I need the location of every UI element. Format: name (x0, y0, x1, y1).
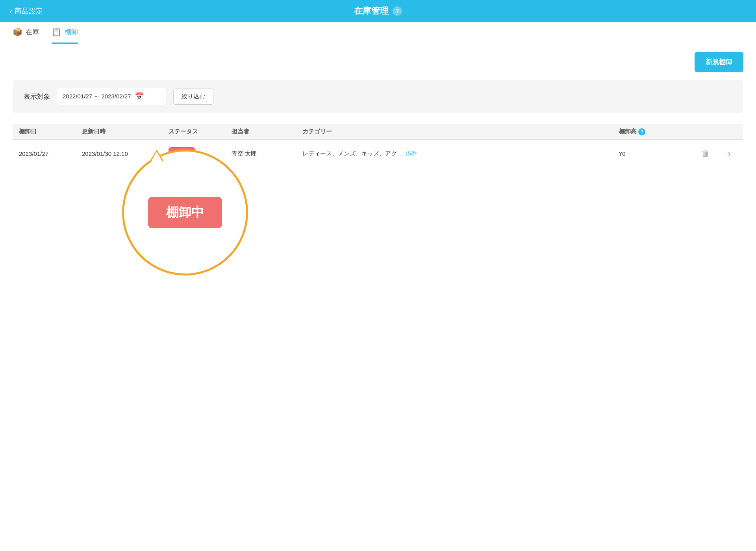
col-person: 担当者 (232, 128, 302, 135)
tab-tanakku-label: 棚卸 (65, 28, 78, 37)
cell-tanakku-date: 2023/01/27 (19, 150, 82, 157)
cell-tanakku-value: ¥0 (619, 150, 690, 157)
tanakku-icon: 📋 (52, 27, 61, 37)
table-row: 2023/01/27 2023/01/30 12:10 棚卸中 青空 太郎 レデ… (13, 140, 743, 167)
filter-button[interactable]: 絞り込む (173, 89, 213, 105)
detail-arrow-button[interactable]: › (721, 148, 737, 159)
title-text: 在庫管理 (354, 5, 389, 17)
date-range-value: 2022/01/27 ～ 2023/02/27 (63, 93, 131, 100)
tab-zaiko[interactable]: 📦 在庫 (13, 22, 39, 44)
tanakku-value-help-icon[interactable]: ? (638, 128, 645, 135)
calendar-icon: 📅 (135, 92, 143, 101)
col-tanakku-value: 棚卸高 ? (619, 128, 690, 135)
back-button[interactable]: ‹ 商品設定 (9, 6, 43, 16)
date-range-input[interactable]: 2022/01/27 ～ 2023/02/27 📅 (57, 88, 167, 105)
cell-status: 棚卸中 (169, 147, 232, 160)
tooltip-container: 棚卸中 (122, 150, 248, 276)
back-label: 商品設定 (15, 6, 43, 16)
col-update-datetime: 更新日時 (82, 128, 169, 135)
new-tanakku-button[interactable]: 新規棚卸 (695, 52, 743, 72)
tab-bar: 📦 在庫 📋 棚卸 (0, 22, 756, 44)
cell-update-datetime: 2023/01/30 12:10 (82, 150, 169, 157)
tab-tanakku[interactable]: 📋 棚卸 (52, 22, 78, 44)
tooltip-circle: 棚卸中 (122, 150, 248, 276)
col-detail (721, 128, 737, 135)
back-chevron-icon: ‹ (9, 7, 12, 16)
status-badge[interactable]: 棚卸中 (169, 147, 195, 160)
cell-category: レディース、メンズ、キッズ、アク… 15件 (302, 150, 619, 157)
toolbar: 新規棚卸 (0, 44, 756, 80)
zaiko-icon: 📦 (13, 27, 22, 37)
table-header: 棚卸日 更新日時 ステータス 担当者 カテゴリー 棚卸高 ? (13, 124, 743, 140)
col-tanakku-date: 棚卸日 (19, 128, 82, 135)
tooltip-status-badge: 棚卸中 (148, 197, 222, 228)
col-status: ステータス (169, 128, 232, 135)
inventory-table: 棚卸日 更新日時 ステータス 担当者 カテゴリー 棚卸高 ? 2023/01/2… (13, 124, 743, 167)
col-delete (690, 128, 721, 135)
cell-person: 青空 太郎 (232, 150, 302, 157)
filter-bar: 表示対象 2022/01/27 ～ 2023/02/27 📅 絞り込む (13, 80, 743, 113)
col-tanakku-value-label: 棚卸高 (619, 128, 637, 135)
page-title: 在庫管理 ? (354, 5, 402, 17)
category-count-link[interactable]: 15件 (404, 150, 417, 157)
header-help-icon[interactable]: ? (393, 6, 402, 16)
tab-zaiko-label: 在庫 (26, 28, 39, 37)
col-category: カテゴリー (302, 128, 619, 135)
delete-button[interactable]: 🗑 (690, 148, 721, 159)
filter-label: 表示対象 (24, 92, 50, 101)
header: ‹ 商品設定 在庫管理 ? (0, 0, 756, 22)
